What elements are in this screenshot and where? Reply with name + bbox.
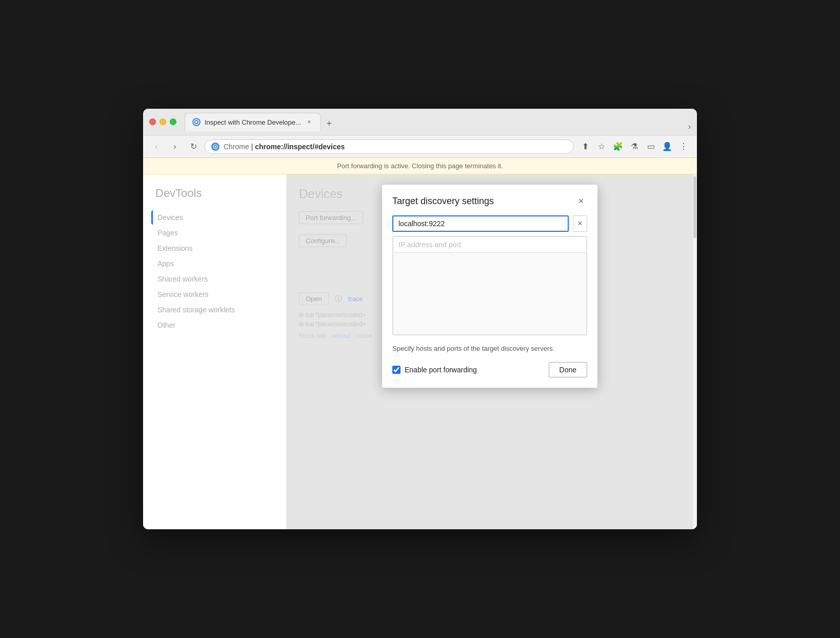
target-discovery-modal: Target discovery settings × × IP address… bbox=[382, 185, 597, 388]
svg-point-1 bbox=[195, 121, 197, 123]
address-bar[interactable]: Chrome | chrome://inspect/#devices bbox=[205, 139, 574, 154]
page-content: DevTools Devices Pages Extensions Apps S… bbox=[143, 174, 697, 529]
entries-area bbox=[393, 253, 587, 335]
scrollbar-thumb[interactable] bbox=[693, 176, 696, 238]
back-button[interactable]: ‹ bbox=[149, 139, 164, 154]
modal-overlay: Target discovery settings × × IP address… bbox=[287, 174, 693, 529]
tab-favicon-icon bbox=[192, 118, 201, 126]
close-traffic-light[interactable] bbox=[149, 118, 156, 125]
address-text: Chrome | chrome://inspect/#devices bbox=[224, 143, 345, 151]
tab-bar: Inspect with Chrome Develope... × + › bbox=[185, 113, 691, 131]
profile-icon[interactable]: 👤 bbox=[660, 139, 674, 154]
bookmark-icon[interactable]: ☆ bbox=[594, 139, 609, 154]
share-icon[interactable]: ⬆ bbox=[578, 139, 592, 154]
traffic-lights bbox=[149, 118, 176, 125]
enable-port-forwarding-checkbox[interactable] bbox=[392, 366, 401, 374]
svg-point-3 bbox=[215, 146, 216, 147]
devtools-icon[interactable]: ⚗ bbox=[627, 139, 642, 154]
description-text: Specify hosts and ports of the target di… bbox=[392, 344, 587, 354]
sidebar-item-shared-storage[interactable]: Shared storage worklets bbox=[151, 303, 278, 317]
tab-close-button[interactable]: × bbox=[305, 118, 313, 126]
info-banner: Port forwarding is active. Closing this … bbox=[143, 158, 697, 174]
extensions-icon[interactable]: 🧩 bbox=[611, 139, 625, 154]
minimize-traffic-light[interactable] bbox=[159, 118, 166, 125]
title-bar: Inspect with Chrome Develope... × + › bbox=[143, 109, 697, 135]
sidebar-item-extensions[interactable]: Extensions bbox=[151, 241, 278, 255]
enable-port-forwarding-row: Enable port forwarding bbox=[392, 366, 477, 374]
modal-title: Target discovery settings bbox=[392, 196, 494, 207]
input-clear-button[interactable]: × bbox=[573, 215, 587, 232]
done-button[interactable]: Done bbox=[549, 362, 587, 377]
forward-button[interactable]: › bbox=[168, 139, 182, 154]
modal-close-button[interactable]: × bbox=[575, 195, 587, 207]
modal-header: Target discovery settings × bbox=[382, 185, 597, 215]
nav-icon-group: ⬆ ☆ 🧩 ⚗ ▭ 👤 ⋮ bbox=[578, 139, 691, 154]
sidebar-item-other[interactable]: Other bbox=[151, 318, 278, 332]
modal-body: × IP address and port Specify hosts and … bbox=[382, 215, 597, 388]
host-input[interactable] bbox=[392, 215, 569, 232]
reload-button[interactable]: ↻ bbox=[186, 139, 201, 154]
address-favicon-icon bbox=[211, 143, 219, 151]
nav-bar: ‹ › ↻ Chrome | chrome://inspect/#devices… bbox=[143, 135, 697, 158]
sidebar: DevTools Devices Pages Extensions Apps S… bbox=[143, 174, 287, 529]
browser-window: Inspect with Chrome Develope... × + › ‹ … bbox=[143, 109, 697, 529]
menu-icon[interactable]: ⋮ bbox=[676, 139, 691, 154]
host-input-row: × bbox=[392, 215, 587, 232]
enable-port-forwarding-label: Enable port forwarding bbox=[405, 366, 477, 374]
sidebar-item-devices[interactable]: Devices bbox=[151, 210, 278, 225]
new-tab-button[interactable]: + bbox=[322, 117, 336, 131]
sidebar-title: DevTools bbox=[151, 187, 278, 200]
active-tab[interactable]: Inspect with Chrome Develope... × bbox=[185, 113, 321, 131]
tab-list-chevron[interactable]: › bbox=[688, 122, 691, 131]
sidebar-item-pages[interactable]: Pages bbox=[151, 226, 278, 240]
main-content: Devices Port forwarding... Configure... … bbox=[287, 174, 693, 529]
port-input-placeholder[interactable]: IP address and port bbox=[393, 236, 587, 253]
sidebar-item-apps[interactable]: Apps bbox=[151, 256, 278, 271]
sidebar-item-service-workers[interactable]: Service workers bbox=[151, 287, 278, 302]
tab-title: Inspect with Chrome Develope... bbox=[205, 118, 301, 126]
scrollbar bbox=[693, 174, 697, 529]
modal-footer: Enable port forwarding Done bbox=[392, 362, 587, 377]
maximize-traffic-light[interactable] bbox=[170, 118, 176, 125]
split-screen-icon[interactable]: ▭ bbox=[644, 139, 658, 154]
sidebar-item-shared-workers[interactable]: Shared workers bbox=[151, 272, 278, 286]
